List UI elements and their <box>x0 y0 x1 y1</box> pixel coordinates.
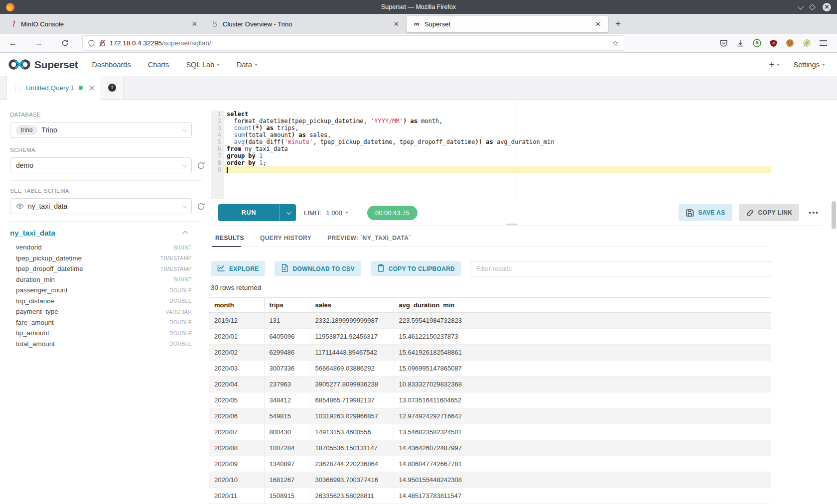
window-maximize-icon[interactable] <box>809 4 816 10</box>
run-button[interactable]: RUN <box>218 204 296 221</box>
table-header-cell[interactable]: trips <box>264 298 310 313</box>
editor-line[interactable]: sum(total_amount) as sales, <box>227 131 771 138</box>
pane-drag-handle[interactable] <box>506 224 518 226</box>
query-tab-close-icon[interactable]: ✕ <box>89 84 95 92</box>
table-column-row[interactable]: trip_distance DOUBLE <box>10 296 192 307</box>
table-select[interactable]: ny_taxi_data <box>10 198 192 214</box>
nav-item-sql-lab[interactable]: SQL Lab <box>186 61 220 69</box>
tab-close-icon[interactable]: ✕ <box>392 20 401 28</box>
table-column-row[interactable]: total_amount DOUBLE <box>10 339 192 350</box>
editor-line[interactable]: count(*) as trips, <box>227 125 771 131</box>
pocket-icon[interactable] <box>719 39 728 47</box>
table-column-row[interactable]: passenger_count DOUBLE <box>10 285 192 296</box>
table-row[interactable]: 2020/03300733656664869.0388629215.096995… <box>209 361 771 377</box>
editor-code[interactable]: select format_datetime(tpep_pickup_datet… <box>224 111 771 199</box>
refresh-tables-button[interactable] <box>197 202 205 211</box>
run-label[interactable]: RUN <box>218 204 280 221</box>
sql-editor[interactable]: 123456789 select format_datetime(tpep_pi… <box>209 100 824 199</box>
tab-close-icon[interactable]: ✕ <box>594 20 602 28</box>
table-header-cell[interactable]: avg_duration_min <box>394 298 771 313</box>
url-bar[interactable]: 172.18.0.4:32295/superset/sqllab/ ☆ <box>83 36 624 50</box>
url-host: 172.18.0.4:32295 <box>110 39 162 47</box>
download-to-csv-button[interactable]: DOWNLOAD TO CSV <box>275 261 361 276</box>
query-tab[interactable]: ⋮⋮ Untitled Query 1 ✕ <box>6 76 101 100</box>
reload-button[interactable] <box>59 39 71 47</box>
tab-close-icon[interactable]: ✕ <box>190 20 199 28</box>
results-tab[interactable]: QUERY HISTORY <box>260 235 311 247</box>
schema-select[interactable]: demo <box>10 157 192 173</box>
table-row[interactable]: 2020/026299486117114448.8946754215.64192… <box>209 345 771 361</box>
superset-logo[interactable]: Superset <box>8 58 78 71</box>
new-tab-button[interactable]: + <box>608 18 628 29</box>
nav-item-charts[interactable]: Charts <box>148 61 169 69</box>
editor-line[interactable]: select <box>227 111 771 118</box>
table-schema-title[interactable]: ny_taxi_data <box>10 229 55 237</box>
table-column-row[interactable]: duration_min BIGINT <box>10 274 192 285</box>
shield-icon[interactable] <box>88 39 95 47</box>
extension-sparkle-icon[interactable] <box>803 39 811 47</box>
table-column-row[interactable]: tpep_pickup_datetime TIMESTAMP <box>10 253 192 264</box>
table-row[interactable]: 2020/0654981510319263.02996685712.974924… <box>209 408 771 424</box>
results-tab[interactable]: RESULTS <box>215 235 244 247</box>
table-row[interactable]: 2020/08100728418705536.15013114714.43642… <box>209 440 771 456</box>
refresh-schemas-button[interactable] <box>197 161 205 170</box>
table-column-row[interactable]: tpep_dropoff_datetime TIMESTAMP <box>10 263 192 274</box>
table-row[interactable]: 2020/09134089723628744.22023686414.80604… <box>209 456 771 472</box>
table-row[interactable]: 2019/121312332.1899999999987223.59541984… <box>209 313 771 329</box>
bookmark-star-icon[interactable]: ☆ <box>612 39 619 48</box>
explore-button[interactable]: EXPLORE <box>211 261 265 276</box>
ublock-icon[interactable]: uO <box>770 39 777 47</box>
back-button[interactable]: ← <box>7 39 19 48</box>
database-select[interactable]: trino Trino <box>10 122 192 138</box>
table-column-row[interactable]: fare_amount DOUBLE <box>10 317 192 328</box>
editor-line[interactable]: order by 1; <box>227 159 771 166</box>
table-row[interactable]: 2020/11150891526335623.5802881114.485173… <box>209 488 771 504</box>
nav-item-dashboards[interactable]: Dashboards <box>92 61 131 69</box>
table-row[interactable]: 2020/016405096119538721.9245631715.46122… <box>209 329 771 345</box>
copy-link-button[interactable]: COPY LINK <box>739 204 800 221</box>
run-options-button[interactable] <box>280 204 296 221</box>
menu-hamburger-icon[interactable] <box>820 40 827 46</box>
table-row[interactable]: 2020/042379633905277.809993623810.833327… <box>209 377 771 392</box>
save-as-button[interactable]: SAVE AS <box>679 204 732 221</box>
table-row[interactable]: 2020/0780043014913153.460055613.54682358… <box>209 424 771 440</box>
nav-item-data[interactable]: Data <box>237 61 258 69</box>
column-type: DOUBLE <box>169 287 192 293</box>
editor-line[interactable]: from ny_taxi_data <box>227 145 771 152</box>
privacy-badger-icon[interactable] <box>753 39 761 47</box>
table-column-row[interactable]: tip_amount DOUBLE <box>10 328 192 339</box>
more-options-button[interactable]: ••• <box>806 209 822 217</box>
cookie-icon[interactable] <box>786 39 794 47</box>
limit-dropdown[interactable]: LIMIT:1 000 <box>304 209 348 217</box>
new-item-button[interactable]: + <box>769 59 779 70</box>
browser-tab-title: Superset <box>424 20 590 28</box>
scrollbar-thumb[interactable] <box>832 201 836 229</box>
add-query-tab-button[interactable]: + <box>101 76 124 99</box>
browser-tab[interactable]: Cluster Overview - Trino ✕ <box>205 14 407 34</box>
editor-line[interactable]: format_datetime(tpep_pickup_datetime, 'Y… <box>227 118 771 125</box>
table-column-row[interactable]: vendorid BIGINT <box>10 242 192 253</box>
browser-tab[interactable]: ∞ Superset ✕ <box>407 16 608 32</box>
download-icon[interactable] <box>736 39 744 47</box>
table-row[interactable]: 2020/10168126730366993.70037741614.95015… <box>209 472 771 488</box>
window-minimize-icon[interactable] <box>798 3 804 9</box>
table-cell: 18705536.150131147 <box>310 440 394 456</box>
filter-results-input[interactable] <box>471 261 771 276</box>
editor-line[interactable]: group by 1 <box>227 152 771 159</box>
table-column-row[interactable]: payment_type VARCHAR <box>10 306 192 317</box>
table-header-cell[interactable]: sales <box>310 298 394 313</box>
drag-handle-icon[interactable]: ⋮⋮ <box>13 86 22 91</box>
url-text[interactable]: 172.18.0.4:32295/superset/sqllab/ <box>110 39 608 47</box>
forward-button[interactable]: → <box>33 39 45 48</box>
settings-menu[interactable]: Settings <box>794 61 825 69</box>
collapse-chevron-up-icon[interactable] <box>182 231 188 236</box>
table-row[interactable]: 2020/053484126854865.71998213713.0735164… <box>209 392 771 408</box>
browser-tab[interactable]: MinIO Console ✕ <box>3 14 205 34</box>
window-close-icon[interactable]: ✕ <box>823 3 831 11</box>
lock-insecure-icon[interactable] <box>99 39 106 47</box>
copy-to-clipboard-button[interactable]: COPY TO CLIPBOARD <box>371 261 461 276</box>
results-tab[interactable]: PREVIEW: `NY_TAXI_DATA` <box>327 235 411 247</box>
editor-line[interactable]: avg(date_diff('minute', tpep_pickup_date… <box>227 138 771 145</box>
table-header-cell[interactable]: month <box>209 298 264 313</box>
editor-line[interactable] <box>224 166 771 173</box>
